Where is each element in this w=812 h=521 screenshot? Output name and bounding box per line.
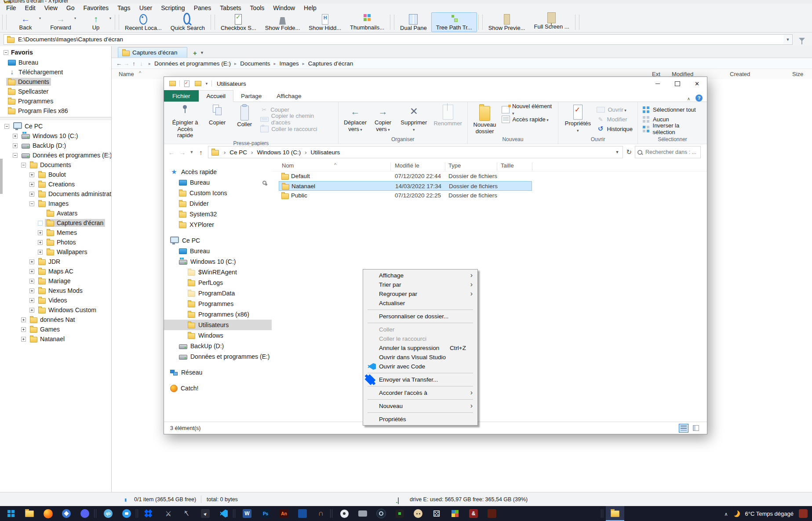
menubar-item[interactable]: Help [299, 4, 321, 12]
column-header-created[interactable]: Created [730, 71, 750, 77]
minimize-button[interactable] [648, 77, 667, 90]
ribbon-inverser-selection[interactable]: Inverser la sélection [641, 124, 704, 134]
ctx-trier-par[interactable]: Trier par [363, 280, 477, 289]
tree-expander-icon[interactable] [29, 279, 34, 284]
explorer-title-bar[interactable]: ▼ Utilisateurs [164, 77, 707, 90]
tree-expander-icon[interactable] [29, 201, 34, 206]
tree-expander-icon[interactable] [29, 182, 34, 187]
start-button[interactable] [2, 506, 20, 521]
tab-list-dropdown[interactable]: ▼ [199, 49, 205, 57]
breadcrumb-up-icon[interactable] [130, 60, 138, 67]
tree-games[interactable]: Games [0, 324, 111, 334]
console-app-icon[interactable] [390, 506, 409, 521]
nav-xyplorer[interactable]: XYPlorer [164, 219, 272, 230]
menubar-item[interactable]: Go [62, 4, 79, 12]
tree-expander-icon[interactable] [29, 259, 34, 264]
favorite-program-files-x86[interactable]: Program Files x86 [0, 106, 111, 116]
nav-programmes-x86[interactable]: Programmes (x86) [164, 309, 272, 320]
tree-expander-icon[interactable] [13, 134, 18, 138]
tree-jdr[interactable]: JDR [0, 257, 111, 266]
dnd-app-icon[interactable] [464, 506, 483, 521]
search-input[interactable] [645, 149, 698, 156]
thumbnails-button[interactable]: Thumbnails... [346, 12, 389, 32]
explorer-breadcrumb-segment[interactable]: Ce PC [220, 149, 247, 156]
refresh-icon[interactable] [626, 148, 632, 156]
tree-expander-icon[interactable] [38, 221, 43, 226]
tree-boulot[interactable]: Boulot [0, 170, 111, 179]
taskbar-explorer-icon[interactable] [20, 506, 39, 521]
tree-donnees-nat[interactable]: données Nat [0, 315, 111, 324]
nav-reseau[interactable]: Réseau [164, 367, 272, 378]
nav-bureau-epingle[interactable]: Bureau [164, 177, 272, 188]
menubar-item[interactable]: Favorites [79, 4, 113, 12]
ctx-envoyer-transfer[interactable]: Envoyer via Transfer... [363, 375, 477, 384]
tree-expander-icon[interactable] [38, 250, 43, 255]
ctx-ouvrir-visual-studio[interactable]: Ouvrir dans Visual Studio [363, 353, 477, 362]
column-header-nom[interactable]: Nom [282, 162, 294, 169]
tree-expander-icon[interactable] [21, 327, 26, 332]
file-row-public[interactable]: Public 07/12/2020 22:25 Dossier de fichi… [279, 191, 532, 200]
help-icon[interactable]: ? [695, 95, 703, 102]
column-header-type[interactable]: Type [448, 162, 461, 169]
collapse-ribbon-chevron-icon[interactable] [687, 95, 690, 102]
tree-videos[interactable]: Videos [0, 295, 111, 305]
tray-app-icon[interactable] [799, 509, 808, 518]
file-row-natanael[interactable]: Natanael 14/03/2022 17:34 Dossier de fic… [279, 181, 532, 191]
ctx-proprietes[interactable]: Propriétés [363, 415, 477, 424]
breadcrumb-back-icon[interactable] [115, 60, 123, 67]
tree-mariage[interactable]: Mariage [0, 276, 111, 286]
menubar-item[interactable]: User [135, 4, 157, 12]
explorer-back-icon[interactable]: ← [167, 149, 175, 156]
menubar-item[interactable]: Tools [246, 4, 269, 12]
tree-expander-icon[interactable] [29, 269, 34, 274]
tree-wallpapers[interactable]: Wallpapers [0, 247, 111, 257]
tree-expander-icon[interactable] [29, 192, 34, 197]
tree-natanael[interactable]: Natanael [0, 334, 111, 344]
ribbon-historique[interactable]: Historique [594, 124, 635, 134]
menubar-item[interactable]: Window [269, 4, 299, 12]
ctx-affichage[interactable]: Affichage [363, 271, 477, 280]
tree-expander-icon[interactable] [29, 172, 34, 177]
ribbon-coller[interactable]: Coller [231, 103, 258, 140]
details-view-toggle[interactable] [679, 424, 688, 433]
nav-utilisateurs[interactable]: Utilisateurs [164, 320, 272, 330]
breadcrumb-forward-icon[interactable] [123, 60, 130, 67]
menubar-item[interactable]: Tags [113, 4, 135, 12]
explorer-address-dropdown[interactable]: ▼ [615, 150, 620, 154]
tree-nexus-mods[interactable]: Nexus Mods [0, 286, 111, 295]
dagger-app-icon[interactable] [178, 506, 196, 521]
ctx-regrouper-par[interactable]: Regrouper par [363, 289, 477, 299]
show-folder-sizes-button[interactable]: Show Folde... [261, 12, 305, 32]
address-box[interactable] [4, 34, 784, 45]
tree-photos[interactable]: Photos [0, 237, 111, 247]
favorite-spellcaster[interactable]: Spellcaster [0, 87, 111, 96]
breadcrumb-segment[interactable]: Documents [231, 60, 270, 67]
word-icon[interactable] [238, 506, 256, 521]
qat-properties-icon[interactable] [183, 80, 191, 87]
nav-perflogs[interactable]: PerfLogs [164, 277, 272, 288]
menubar-item[interactable]: Panes [189, 4, 216, 12]
darkred-app-icon[interactable] [483, 506, 501, 521]
menubar-item[interactable]: File [2, 4, 21, 12]
qat-folder-icon[interactable] [168, 80, 176, 87]
tree-maps-ac[interactable]: Maps AC [0, 266, 111, 276]
recent-locations-button[interactable]: Recent Loca... [120, 12, 166, 32]
steam-icon[interactable] [372, 506, 390, 521]
explorer-address-box[interactable]: Ce PCWindows 10 (C:)Utilisateurs ▼ [208, 146, 623, 158]
explorer-forward-icon[interactable]: → [178, 149, 186, 156]
explorer-breadcrumb-segment[interactable]: Windows 10 (C:) [247, 149, 301, 156]
explorer-search-box[interactable] [635, 146, 701, 158]
tree-expander-icon[interactable] [29, 308, 34, 313]
ctx-accorder-acces[interactable]: Accorder l'accès à [363, 388, 477, 397]
nav-winreagent[interactable]: $WinREAgent [164, 267, 272, 277]
nav-windows-10-c[interactable]: Windows 10 (C:) [164, 256, 272, 267]
tree-memes[interactable]: Memes [0, 228, 111, 237]
ribbon-epingler-acces-rapide[interactable]: Épingler à Accès rapide [167, 103, 204, 140]
photoshop-icon[interactable] [256, 506, 275, 521]
chat-app-icon[interactable] [117, 506, 136, 521]
forward-button[interactable]: Forward [43, 12, 78, 32]
nav-bureau[interactable]: Bureau [164, 246, 272, 256]
nav-catch[interactable]: Catch! [164, 383, 272, 393]
dark-app-icon[interactable] [196, 506, 215, 521]
tree-scrollbar-thumb[interactable] [0, 159, 3, 194]
